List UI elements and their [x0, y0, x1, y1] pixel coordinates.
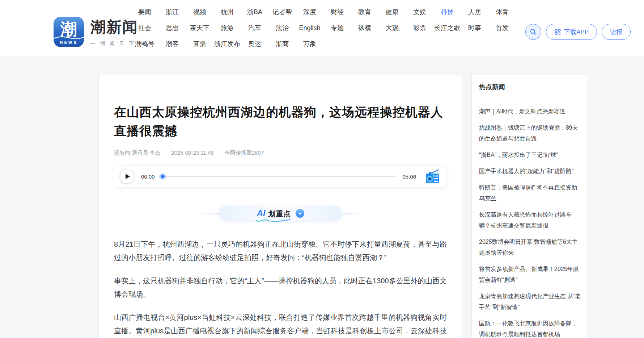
- nav-item[interactable]: 教育: [351, 8, 378, 16]
- nav-item[interactable]: 浙江发布: [213, 39, 241, 48]
- article-source: 潮新闻 通讯员 李蕊: [114, 150, 160, 157]
- article-views: 全网传播量2607: [225, 150, 264, 157]
- article-title: 在山西太原操控杭州西湖边的机器狗，这场远程操控机器人直播很震撼: [114, 103, 447, 140]
- ai-highlight-label: 划重点: [268, 209, 291, 219]
- nav-item[interactable]: 法治: [268, 24, 296, 32]
- download-app-label: 下载APP: [564, 28, 589, 36]
- wave-icon: [54, 35, 84, 40]
- hot-news-card: 热点新闻 潮声｜AI时代，新文科点亮新赛道抗战图鉴｜钱塘江上的钢铁脊梁：89天的…: [471, 75, 588, 338]
- ai-highlight-pill[interactable]: AI 划重点: [219, 206, 342, 221]
- nav-item[interactable]: 视频: [186, 8, 213, 16]
- read-paper-label: 读报: [610, 28, 622, 36]
- nav-item[interactable]: 旅游: [213, 24, 241, 32]
- article-card: 在山西太原操控杭州西湖边的机器狗，这场远程操控机器人直播很震撼 潮新闻 通讯员 …: [98, 75, 462, 338]
- hot-news-item[interactable]: 特朗普：美国被“剥削” 将不再直接资助乌克兰: [479, 182, 581, 204]
- audio-duration: 05:06: [402, 174, 416, 180]
- nav-item[interactable]: 人居: [461, 8, 488, 16]
- nav-item[interactable]: 万象: [296, 39, 323, 48]
- nav-item[interactable]: 思想: [158, 24, 186, 32]
- header-actions: 下载APP 读报: [525, 24, 631, 40]
- chevron-down-icon[interactable]: [296, 209, 304, 218]
- site-header: 潮 NEWS 潮新闻 — 潮 闻 天 下 — 要闻浙江视频杭州浙BA记者帮深度财…: [0, 0, 644, 57]
- nav-item[interactable]: 杭州: [213, 8, 241, 16]
- nav-row-1: 要闻浙江视频杭州浙BA记者帮深度财经教育健康文娱科技人居体育: [131, 4, 517, 20]
- audio-current-time: 00:00: [141, 174, 155, 180]
- nav-item[interactable]: 潮鸣号: [131, 39, 158, 48]
- ai-word: AI: [257, 208, 266, 218]
- ai-title: AI 划重点: [257, 208, 291, 219]
- article-meta: 潮新闻 通讯员 李蕊 2025-08-23 11:48 全网传播量2607: [114, 150, 447, 157]
- hot-news-item[interactable]: 2025数博会明日开幕 数智领航等6大主题展馆等你来: [479, 237, 581, 258]
- nav-item[interactable]: 体育: [488, 8, 516, 16]
- hot-news-item[interactable]: 长深高速有人戴恐怖面具惊吓过路车辆？杭州高速交警最新通报: [479, 209, 581, 231]
- nav-row-3: 潮鸣号潮客直播浙江发布奥运浙商万象: [131, 36, 517, 52]
- article-datetime: 2025-08-23 11:48: [171, 150, 213, 157]
- brand-app-icon: 潮 NEWS: [54, 17, 84, 47]
- article-paragraph: 山西广播电视台×黄河plus×当虹科技×云深处科技，联合打造了传媒业界首次跨越千…: [114, 311, 447, 338]
- hot-news-title: 热点新闻: [472, 75, 588, 97]
- nav-item[interactable]: 潮客: [158, 39, 186, 48]
- article-paragraph: 事实上，这只机器狗并非独自行动，它的“主人”——操控机器狗的人员，此时正在130…: [114, 274, 447, 301]
- nav-item[interactable]: 大观: [378, 24, 406, 32]
- qr-scan-icon: [554, 29, 561, 36]
- audio-player: 00:00 05:06: [114, 165, 447, 188]
- brand-icon-subtext: NEWS: [54, 40, 84, 45]
- ai-bar-right-line: [342, 213, 361, 214]
- nav-item[interactable]: 社会: [131, 24, 158, 32]
- download-app-button[interactable]: 下载APP: [546, 24, 597, 40]
- nav-item[interactable]: 首发: [488, 24, 516, 32]
- read-paper-button[interactable]: 读报: [602, 24, 631, 40]
- nav-item[interactable]: 专题: [323, 24, 351, 32]
- audio-progress-track[interactable]: [162, 176, 395, 177]
- hot-news-item[interactable]: 国产手术机器人的“超能力”和“进阶路”: [479, 166, 581, 177]
- nav-item[interactable]: 奥运: [241, 39, 268, 48]
- nav-item[interactable]: 深度: [296, 8, 323, 16]
- search-icon: [529, 28, 537, 36]
- nav-row-2: 社会思想茶天下旅游汽车法治English专题纵横大观彩票长江之歌时事首发: [131, 20, 517, 36]
- search-button[interactable]: [525, 24, 541, 40]
- nav-item[interactable]: 要闻: [131, 8, 158, 16]
- nav-item[interactable]: 浙江: [158, 8, 186, 16]
- radio-icon: [424, 169, 441, 184]
- nav-item[interactable]: 茶天下: [186, 24, 213, 32]
- play-icon: [126, 174, 130, 179]
- audio-play-button[interactable]: [120, 170, 134, 183]
- page-content: 在山西太原操控杭州西湖边的机器狗，这场远程操控机器人直播很震撼 潮新闻 通讯员 …: [0, 57, 644, 338]
- hot-news-item[interactable]: “浙BA”，丽水投出了三记“好球”: [479, 150, 581, 160]
- nav-item[interactable]: 浙商: [268, 39, 296, 48]
- nav-item[interactable]: 科技: [433, 8, 461, 16]
- nav-item[interactable]: 健康: [378, 8, 406, 16]
- article-body: 8月21日下午，杭州西湖边，一只灵巧的机器狗正在北山街穿梭。它不时停下来打量西湖…: [114, 238, 447, 338]
- hot-news-item[interactable]: 国航：一伦敦飞北京航班因故障备降，调机航班今晨顺利抵达首都机场: [479, 318, 581, 338]
- hot-news-list: 潮声｜AI时代，新文科点亮新赛道抗战图鉴｜钱塘江上的钢铁脊梁：89天的生命通道与…: [472, 97, 588, 338]
- squiggle-underline-icon: [255, 218, 292, 222]
- hot-news-item[interactable]: 抗战图鉴｜钱塘江上的钢铁脊梁：89天的生命通道与悲壮自毁: [479, 122, 581, 144]
- nav-item[interactable]: 财经: [323, 8, 351, 16]
- hot-news-item[interactable]: 龙泉青瓷加速构建现代化产业生态 从“老手艺”到“新智造”: [479, 291, 581, 313]
- hot-news-item[interactable]: 将首发多项新产品、新成果！2025年服贸会新鲜“剧透”: [479, 264, 581, 285]
- nav-item[interactable]: 纵横: [351, 24, 378, 32]
- main-nav: 要闻浙江视频杭州浙BA记者帮深度财经教育健康文娱科技人居体育 社会思想茶天下旅游…: [131, 4, 517, 52]
- hot-news-item[interactable]: 潮声｜AI时代，新文科点亮新赛道: [479, 106, 581, 117]
- nav-item[interactable]: 时事: [461, 24, 488, 32]
- nav-item[interactable]: 文娱: [406, 8, 433, 16]
- nav-item[interactable]: 汽车: [241, 24, 268, 32]
- ai-bar-left-line: [199, 213, 219, 214]
- ai-highlight-bar: AI 划重点: [114, 206, 447, 221]
- audio-progress-handle[interactable]: [161, 175, 165, 179]
- article-paragraph: 8月21日下午，杭州西湖边，一只灵巧的机器狗正在北山街穿梭。它不时停下来打量西湖…: [114, 238, 447, 264]
- nav-item[interactable]: English: [296, 24, 323, 32]
- nav-item[interactable]: 直播: [186, 39, 213, 48]
- nav-item[interactable]: 长江之歌: [433, 24, 461, 32]
- nav-item[interactable]: 浙BA: [241, 8, 268, 16]
- nav-item[interactable]: 记者帮: [268, 8, 296, 16]
- nav-item[interactable]: 彩票: [406, 24, 433, 32]
